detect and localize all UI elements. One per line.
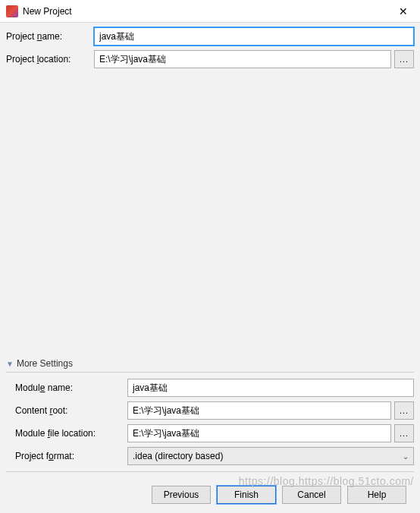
project-location-label: Project location: <box>6 54 94 65</box>
separator <box>6 372 414 373</box>
ellipsis-icon: ... <box>400 407 409 415</box>
project-name-input[interactable] <box>94 27 414 46</box>
ellipsis-icon: ... <box>400 55 409 64</box>
module-name-input[interactable] <box>127 379 414 397</box>
content-area: Project name: Project location: ... ▼ Mo… <box>0 23 420 513</box>
module-file-location-browse-button[interactable]: ... <box>394 424 414 442</box>
project-format-label: Project format: <box>15 451 127 461</box>
close-button[interactable]: ✕ <box>386 0 420 23</box>
module-file-location-input[interactable] <box>127 424 391 442</box>
project-format-select[interactable]: .idea (directory based) ⌄ <box>127 447 414 465</box>
collapse-icon: ▼ <box>6 360 14 368</box>
help-button[interactable]: Help <box>347 486 406 504</box>
more-settings-block: Module name: Content root: ... Module fi… <box>6 379 414 470</box>
window-title: New Project <box>23 6 386 17</box>
titlebar: New Project ✕ <box>0 0 420 23</box>
project-name-row: Project name: <box>6 27 414 46</box>
more-settings-toggle[interactable]: ▼ More Settings <box>6 358 414 369</box>
project-format-value: .idea (directory based) <box>133 451 223 461</box>
content-root-label: Content root: <box>15 405 127 416</box>
finish-button[interactable]: Finish <box>217 486 276 504</box>
previous-button[interactable]: Previous <box>152 486 211 504</box>
project-location-input[interactable] <box>94 50 391 68</box>
project-format-row: Project format: .idea (directory based) … <box>15 447 414 465</box>
spacer <box>6 73 414 355</box>
content-root-browse-button[interactable]: ... <box>394 401 414 420</box>
app-icon <box>6 5 18 17</box>
chevron-down-icon: ⌄ <box>403 452 409 461</box>
separator-bottom <box>6 471 414 472</box>
project-name-label: Project name: <box>6 31 94 42</box>
button-bar: Previous Finish Cancel Help <box>6 478 414 513</box>
content-root-row: Content root: ... <box>15 401 414 420</box>
more-settings-label: More Settings <box>17 358 73 369</box>
module-file-location-label: Module file location: <box>15 428 127 439</box>
close-icon: ✕ <box>399 5 408 17</box>
module-name-row: Module name: <box>15 379 414 397</box>
cancel-button[interactable]: Cancel <box>282 486 341 504</box>
module-name-label: Module name: <box>15 382 127 393</box>
content-root-input[interactable] <box>127 401 391 420</box>
module-file-location-row: Module file location: ... <box>15 424 414 442</box>
project-location-browse-button[interactable]: ... <box>394 50 414 68</box>
project-location-row: Project location: ... <box>6 50 414 68</box>
ellipsis-icon: ... <box>400 430 409 438</box>
